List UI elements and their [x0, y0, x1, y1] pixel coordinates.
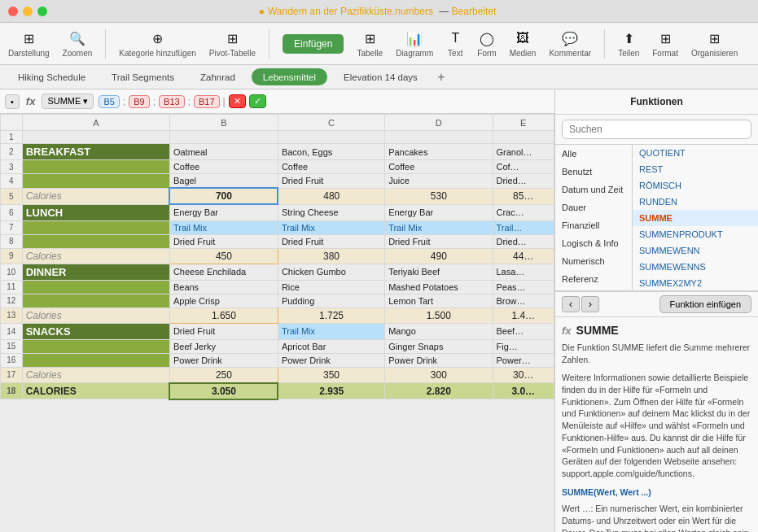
category-datum[interactable]: Datum und Zeit	[555, 181, 632, 198]
cell-c14[interactable]: Trail Mix	[278, 323, 384, 339]
cell-a3[interactable]	[22, 160, 169, 174]
cell-a4[interactable]	[22, 174, 169, 189]
cell-e2[interactable]: Granol…	[493, 144, 554, 160]
tab-elevation[interactable]: Elevation 14 days	[332, 65, 429, 89]
cell-b6[interactable]: Energy Bar	[169, 204, 278, 220]
col-header-b[interactable]: B	[169, 115, 278, 131]
cell-ref-b13[interactable]: B13	[159, 95, 185, 108]
cell-d5[interactable]: 530	[385, 188, 493, 204]
category-referenz[interactable]: Referenz	[555, 270, 632, 288]
col-header-a[interactable]: A	[22, 115, 169, 131]
func-summewenn[interactable]: SUMMEWENN	[633, 242, 758, 259]
cell-d10[interactable]: Teriyaki Beef	[385, 264, 493, 280]
cell-a9[interactable]: Calories	[22, 248, 169, 264]
cell-e8[interactable]: Dried…	[493, 234, 554, 248]
col-header-e[interactable]: E	[493, 115, 554, 131]
cell-c4[interactable]: Dried Fruit	[278, 174, 384, 189]
func-rest[interactable]: REST	[633, 161, 758, 177]
cell-e1[interactable]	[493, 131, 554, 144]
cell-e16[interactable]: Power…	[493, 353, 554, 367]
cell-d7[interactable]: Trail Mix	[385, 220, 493, 234]
func-summe[interactable]: SUMME	[633, 210, 758, 226]
tab-zahnrad[interactable]: Zahnrad	[189, 65, 247, 89]
cell-c9[interactable]: 380	[278, 248, 384, 264]
category-benutzt[interactable]: Benutzt	[555, 163, 632, 181]
window-controls[interactable]	[8, 7, 47, 16]
cell-e6[interactable]: Crac…	[493, 204, 554, 220]
cell-e5[interactable]: 85…	[493, 188, 554, 204]
cell-b18[interactable]: 3.050	[169, 383, 278, 399]
cell-d12[interactable]: Lemon Tart	[385, 294, 493, 307]
cell-d11[interactable]: Mashed Potatoes	[385, 280, 493, 294]
cell-a8[interactable]	[22, 234, 169, 248]
cell-b16[interactable]: Power Drink	[169, 353, 278, 367]
func-summewenns[interactable]: SUMMEWENNS	[633, 259, 758, 275]
cancel-formula-button[interactable]: ✕	[229, 94, 246, 108]
cell-b9[interactable]: 450	[169, 248, 278, 264]
func-summenprodukt[interactable]: SUMMENPRODUKT	[633, 226, 758, 242]
tab-trail-segments[interactable]: Trail Segments	[100, 65, 186, 89]
cell-d15[interactable]: Ginger Snaps	[385, 339, 493, 353]
cell-a5[interactable]: Calories	[22, 188, 169, 204]
cell-d9[interactable]: 490	[385, 248, 493, 264]
add-sheet-button[interactable]: +	[432, 65, 450, 89]
func-insert-button[interactable]: Funktion einfügen	[659, 295, 751, 313]
cell-b2[interactable]: Oatmeal	[169, 144, 278, 160]
cell-b5[interactable]: 700	[169, 188, 278, 204]
category-dauer[interactable]: Dauer	[555, 198, 632, 216]
toolbar-medien[interactable]: 🖼 Medien	[510, 29, 537, 58]
cell-c17[interactable]: 350	[278, 367, 384, 383]
cell-c10[interactable]: Chicken Gumbo	[278, 264, 384, 280]
category-alle[interactable]: Alle	[555, 145, 632, 163]
cell-b13[interactable]: 1.650	[169, 307, 278, 323]
cell-e9[interactable]: 44…	[493, 248, 554, 264]
cell-b4[interactable]: Bagel	[169, 174, 278, 189]
cell-b11[interactable]: Beans	[169, 280, 278, 294]
cell-c13[interactable]: 1.725	[278, 307, 384, 323]
toolbar-teilen[interactable]: ⬆ Teilen	[618, 29, 639, 58]
cell-a18[interactable]: CALORIES	[22, 383, 169, 399]
col-header-d[interactable]: D	[385, 115, 493, 131]
cell-a14[interactable]: SNACKS	[22, 323, 169, 339]
cell-c8[interactable]: Dried Fruit	[278, 234, 384, 248]
cell-ref-b17[interactable]: B17	[194, 95, 220, 108]
cell-d18[interactable]: 2.820	[385, 383, 493, 399]
cell-a1[interactable]	[22, 131, 169, 144]
toolbar-format[interactable]: ⊞ Format	[652, 29, 678, 58]
cell-a13[interactable]: Calories	[22, 307, 169, 323]
cell-e15[interactable]: Fig…	[493, 339, 554, 353]
cell-d4[interactable]: Juice	[385, 174, 493, 189]
cell-c15[interactable]: Apricot Bar	[278, 339, 384, 353]
cell-e4[interactable]: Dried…	[493, 174, 554, 189]
maximize-button[interactable]	[37, 7, 47, 16]
cell-d8[interactable]: Dried Fruit	[385, 234, 493, 248]
tab-hiking-schedule[interactable]: Hiking Schedule	[7, 65, 97, 89]
spreadsheet-grid[interactable]: A B C D E 1	[0, 114, 554, 532]
tab-lebensmittel[interactable]: Lebensmittel	[252, 68, 327, 85]
func-next-button[interactable]: ›	[581, 296, 599, 312]
cell-e17[interactable]: 30…	[493, 367, 554, 383]
toolbar-diagramm[interactable]: 📊 Diagramm	[396, 29, 433, 58]
cell-d17[interactable]: 300	[385, 367, 493, 383]
cell-b8[interactable]: Dried Fruit	[169, 234, 278, 248]
toolbar-zoomen[interactable]: 🔍 Zoomen	[63, 29, 93, 58]
cell-a12[interactable]	[22, 294, 169, 307]
cell-ref-b5[interactable]: B5	[99, 95, 119, 108]
toolbar-tabelle[interactable]: ⊞ Tabelle	[357, 29, 383, 58]
cell-d14[interactable]: Mango	[385, 323, 493, 339]
toolbar-organisieren[interactable]: ⊞ Organisieren	[691, 29, 738, 58]
cell-c6[interactable]: String Cheese	[278, 204, 384, 220]
cell-b1[interactable]	[169, 131, 278, 144]
cell-d2[interactable]: Pancakes	[385, 144, 493, 160]
func-runden[interactable]: RUNDEN	[633, 194, 758, 210]
category-statistisch[interactable]: Statistisch	[555, 288, 632, 290]
category-logisch[interactable]: Logisch & Info	[555, 234, 632, 252]
cell-a6[interactable]: LUNCH	[22, 204, 169, 220]
cell-e13[interactable]: 1.4…	[493, 307, 554, 323]
cell-e12[interactable]: Brow…	[493, 294, 554, 307]
cell-c18[interactable]: 2.935	[278, 383, 384, 399]
cell-c3[interactable]: Coffee	[278, 160, 384, 174]
func-summex2my2[interactable]: SUMMEX2MY2	[633, 275, 758, 290]
einfuegen-button[interactable]: Einfügen	[283, 34, 344, 54]
cell-a2[interactable]: BREAKFAST	[22, 144, 169, 160]
